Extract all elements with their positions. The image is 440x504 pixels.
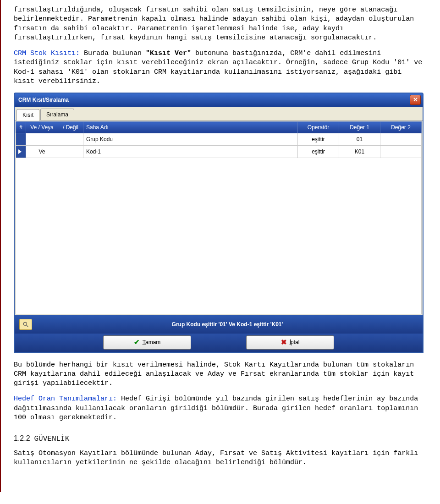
ok-label: amam: [145, 339, 160, 345]
cell-saha[interactable]: Kod-1: [83, 146, 298, 158]
status-text: Grup Kodu eşittir '01' Ve Kod-1 eşittir …: [37, 321, 418, 328]
col-operator[interactable]: Operatör: [298, 122, 339, 133]
close-icon: ✕: [413, 96, 418, 104]
button-row: ✔ Tamam ✖ İptal: [15, 334, 423, 352]
col-saha-adi[interactable]: Saha Adı: [83, 122, 298, 133]
magnifier-icon[interactable]: [19, 319, 32, 330]
titlebar[interactable]: CRM Kısıt/Sıralama ✕: [15, 93, 423, 107]
cell-d1[interactable]: K01: [339, 146, 380, 158]
svg-line-1: [27, 325, 28, 327]
cell-veveya[interactable]: [26, 133, 58, 146]
section-heading: 1.2.2 GÜVENLİK: [14, 433, 424, 444]
label-hedef-oran: Hedef Oran Tanımlamaları:: [14, 395, 117, 403]
paragraph-after-window: Bu bölümde herhangi bir kısıt verilmemes…: [14, 361, 424, 389]
svg-point-0: [23, 323, 27, 326]
check-icon: ✔: [134, 338, 140, 347]
cell-saha[interactable]: Grup Kodu: [83, 133, 298, 146]
window-title: CRM Kısıt/Sıralama: [18, 96, 69, 104]
cell-op[interactable]: eşittir: [298, 146, 339, 158]
grid-empty-area[interactable]: [16, 158, 422, 314]
filter-grid[interactable]: # Ve / Veya / Değil Saha Adı Operatör De…: [16, 121, 422, 158]
cell-veveya[interactable]: Ve: [26, 146, 58, 158]
paragraph-intro: fırsatlaştırıldığında, oluşacak fırsatın…: [14, 5, 424, 43]
bold-kisit-ver: "Kısıt Ver": [146, 49, 191, 57]
cancel-button[interactable]: ✖ İptal: [246, 335, 334, 349]
grid-wrapper: # Ve / Veya / Değil Saha Adı Operatör De…: [15, 121, 423, 315]
cell-d1[interactable]: 01: [339, 133, 380, 146]
label-crm-stok: CRM Stok Kısıtı:: [14, 49, 80, 57]
tab-siralama[interactable]: Sıralama: [40, 109, 74, 120]
paragraph-crm-stok: CRM Stok Kısıtı: Burada bulunan "Kısıt V…: [14, 49, 424, 86]
cell-op[interactable]: eşittir: [298, 133, 339, 146]
tab-kisit[interactable]: Kısıt: [16, 109, 39, 121]
table-row[interactable]: Grup Kodu eşittir 01: [16, 133, 422, 146]
close-button[interactable]: ✕: [410, 95, 421, 105]
paragraph-hedef: Hedef Oran Tanımlamaları: Hedef Girişi b…: [14, 394, 424, 422]
cell-degil[interactable]: [58, 146, 83, 158]
col-veveya[interactable]: Ve / Veya: [26, 122, 58, 133]
ok-button[interactable]: ✔ Tamam: [103, 335, 191, 349]
cell-d2[interactable]: [380, 146, 422, 158]
row-indicator: [16, 133, 26, 146]
cell-degil[interactable]: [58, 133, 83, 146]
row-indicator-active: [16, 146, 26, 158]
col-deger2[interactable]: Değer 2: [380, 122, 422, 133]
dialog-crm-kisit: CRM Kısıt/Sıralama ✕ Kısıt Sıralama: [14, 93, 424, 353]
cancel-label: ptal: [291, 339, 299, 345]
tabs: Kısıt Sıralama: [15, 107, 423, 121]
col-degil[interactable]: / Değil: [58, 122, 83, 133]
section-number: 1.2.2: [14, 434, 30, 442]
section-title: GÜVENLİK: [34, 435, 69, 443]
col-indicator[interactable]: #: [16, 122, 26, 133]
cell-d2[interactable]: [380, 133, 422, 146]
table-row[interactable]: Ve Kod-1 eşittir K01: [16, 146, 422, 158]
x-icon: ✖: [281, 338, 287, 347]
paragraph-guvenlik: Satış Otomasyon Kayıtları bölümünde bulu…: [14, 449, 424, 468]
status-bar: Grup Kodu eşittir '01' Ve Kod-1 eşittir …: [15, 315, 423, 334]
col-deger1[interactable]: Değer 1: [339, 122, 380, 133]
